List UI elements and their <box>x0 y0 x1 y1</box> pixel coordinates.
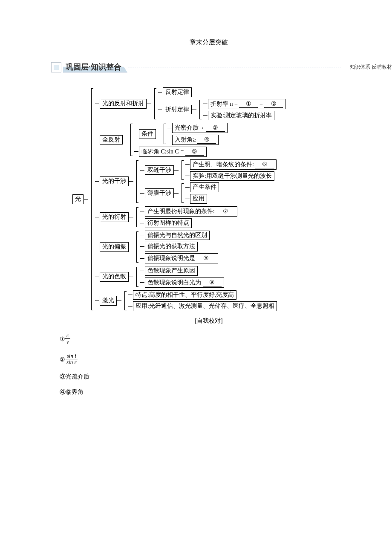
node-thin-film-application: 应用 <box>190 194 207 204</box>
node-polarization-shows: 偏振现象说明光是 ⑧ <box>145 253 218 263</box>
blank-5: ⑤ <box>185 148 204 156</box>
node-critical-angle: 临界角 C:sin C = ⑤ <box>139 147 207 157</box>
answer-2: ② sin i sin r <box>60 353 366 366</box>
concept-map: 光 光的反射和折射 反射定律 折射定律 <box>72 87 366 311</box>
node-interference: 光的干涉 <box>100 176 129 186</box>
node-reflection-law: 反射定律 <box>163 87 192 97</box>
equals-sign: = <box>259 101 263 107</box>
section-banner: 巩固层·知识整合 知识体系 反哺教材 <box>51 62 392 72</box>
answer-2-fraction: sin i sin r <box>65 353 78 366</box>
blank-1: ① <box>239 100 258 108</box>
node-polarization: 光的偏振 <box>100 242 129 252</box>
node-double-slit: 双缝干涉 <box>145 165 174 175</box>
node-polarized-obtain: 偏振光的获取方法 <box>145 242 198 251</box>
banner-title: 巩固层·知识整合 <box>63 62 127 72</box>
refractive-index-pre: 折射率 n = <box>210 101 238 107</box>
blank-2: ② <box>264 100 283 108</box>
node-reflection-refraction: 光的反射和折射 <box>100 99 147 109</box>
answer-1-fraction: c v <box>65 332 70 345</box>
node-double-slit-experiment: 实验:用双缝干涉测量光的波长 <box>190 171 274 181</box>
answer-2-denominator: sin r <box>65 359 78 365</box>
answer-2-numerator: sin i <box>66 353 78 359</box>
blank-3: ③ <box>206 124 225 132</box>
doc-title: 章末分层突破 <box>51 38 366 46</box>
blank-4: ④ <box>197 136 216 144</box>
answer-2-symbol: ② <box>60 356 65 363</box>
node-refractive-index: 折射率 n = ① = ② <box>208 99 285 109</box>
node-dense-to-sparse: 光密介质→ ③ <box>172 123 228 133</box>
node-diffraction-pattern: 衍射图样的特点 <box>145 218 192 228</box>
banner-bullet-icon <box>51 62 61 72</box>
self-check-heading: [自我校对] <box>51 317 366 325</box>
document-page: 章末分层突破 巩固层·知识整合 知识体系 反哺教材 光 光的反射和折射 反射定律 <box>0 0 392 421</box>
node-thin-film-condition: 产生条件 <box>190 182 219 192</box>
node-laser-applications: 应用:光纤通信、激光测量、光储存、医疗、全息照相 <box>133 301 277 311</box>
node-refraction-law: 折射定律 <box>163 105 192 115</box>
banner-underline <box>51 77 392 77</box>
answers-block: ① c v ② sin i sin r ③光疏介质 ④临界角 <box>60 332 366 396</box>
node-incident-angle: 入射角≥ ④ <box>172 135 219 145</box>
node-conditions: 条件 <box>139 129 156 139</box>
root-node: 光 <box>72 194 84 204</box>
node-diffraction: 光的衍射 <box>100 212 129 222</box>
node-diffraction-condition: 产生明显衍射现象的条件: ⑦ <box>145 206 237 217</box>
node-experiment-glass-index: 实验:测定玻璃的折射率 <box>208 111 274 121</box>
node-total-reflection: 全反射 <box>100 135 123 145</box>
answer-1-numerator: c <box>65 332 70 339</box>
node-thin-film: 薄膜干涉 <box>145 188 174 198</box>
blank-8: ⑧ <box>197 254 216 262</box>
node-dispersion-shows: 色散现象说明白光为 ⑨ <box>145 278 224 288</box>
answer-3: ③光疏介质 <box>60 373 366 381</box>
answer-1: ① c v <box>60 332 366 345</box>
node-laser-features: 特点:高度的相干性、平行度好,亮度高 <box>133 290 236 300</box>
banner-divider <box>128 67 341 67</box>
blank-7: ⑦ <box>216 208 235 215</box>
banner-tail-text: 知识体系 反哺教材 <box>341 64 392 71</box>
node-fringe-condition: 产生明、暗条纹的条件: ⑥ <box>190 159 277 170</box>
node-dispersion-cause: 色散现象产生原因 <box>145 266 198 276</box>
blank-6: ⑥ <box>255 161 274 168</box>
node-laser: 激光 <box>100 296 117 306</box>
answer-1-symbol: ① <box>60 335 65 342</box>
answer-1-denominator: v <box>65 339 70 345</box>
answer-4: ④临界角 <box>60 388 366 396</box>
blank-9: ⑨ <box>203 279 222 286</box>
node-dispersion: 光的色散 <box>100 272 129 282</box>
node-polarized-vs-natural: 偏振光与自然光的区别 <box>145 231 210 240</box>
